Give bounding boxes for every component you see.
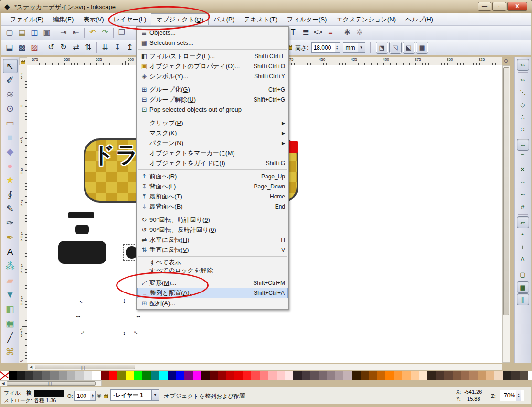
menubar-item-表示(V)[interactable]: 表示(V) <box>78 13 108 25</box>
menu-item-水平に反転(H)[interactable]: ⇄水平に反転(H)H <box>137 235 288 245</box>
unit-dropdown[interactable]: mm ▼ <box>343 42 365 53</box>
pencil-tool[interactable]: ✎ <box>3 202 18 216</box>
swatch-#ff0000[interactable] <box>109 371 117 380</box>
text-tool[interactable]: A <box>3 245 18 259</box>
open-document-icon[interactable]: ▤ <box>16 27 28 38</box>
fill-color-swatch[interactable] <box>34 390 64 397</box>
swatch-#cc9966[interactable] <box>478 371 486 380</box>
swatch-#473a3e[interactable] <box>302 371 310 380</box>
swatch-#666666[interactable] <box>42 371 51 380</box>
redo-icon[interactable]: ↷ <box>99 27 111 38</box>
swatch-#008080[interactable] <box>151 371 160 380</box>
swatch-#664736[interactable] <box>444 371 453 380</box>
menu-item-配列(A)...[interactable]: ⊞配列(A)... <box>137 298 288 308</box>
menu-item-オブジェクトをマーカーに(M)[interactable]: オブジェクトをマーカーに(M) <box>137 148 288 158</box>
swatch-#33241a[interactable] <box>427 371 436 380</box>
menubar-item-ファイル(F)[interactable]: ファイル(F) <box>5 13 48 25</box>
snap-bbox-edges-icon[interactable]: ⋱ <box>517 86 529 98</box>
scale-handle-icon[interactable]: ↔ <box>132 328 141 336</box>
snap-page-border-icon[interactable]: ▢ <box>517 269 529 281</box>
swatch-#ff00ff[interactable] <box>193 371 202 380</box>
vertical-scrollbar[interactable] <box>502 65 510 363</box>
horizontal-scrollbar[interactable]: ◀ ||| <box>27 364 502 370</box>
height-input[interactable] <box>312 44 335 52</box>
swatch-#331a00[interactable] <box>352 371 361 380</box>
print-icon[interactable]: ▣ <box>41 27 53 38</box>
swatch-#660000[interactable] <box>210 371 218 380</box>
export-icon[interactable]: ⇤ <box>70 27 82 38</box>
snap-enable-icon[interactable]: ➳ <box>517 59 529 71</box>
menubar-item-パス(P)[interactable]: パス(P) <box>209 13 239 25</box>
swatch-#800080[interactable] <box>184 371 193 380</box>
swatch-#cc6600[interactable] <box>377 371 386 380</box>
swatch-#999999[interactable] <box>59 371 67 380</box>
menu-item-90°回転、反時計回り(0)[interactable]: ↺90°回転、反時計回り(0) <box>137 225 288 235</box>
swatch-#808000[interactable] <box>117 371 126 380</box>
swatch-#ff8000[interactable] <box>385 371 394 380</box>
swatch-#330000[interactable] <box>201 371 210 380</box>
snap-cusp-nodes-icon[interactable]: ⌣ <box>517 176 529 188</box>
menu-item-オブジェクトをガイドに(I)[interactable]: オブジェクトをガイドに(I)Shift+G <box>137 158 288 168</box>
swatch-#ffcccc[interactable] <box>277 371 285 380</box>
menubar-item-テキスト(T)[interactable]: テキスト(T) <box>239 13 282 25</box>
stroke-value[interactable]: 各種 1.36 <box>34 397 56 404</box>
new-document-icon[interactable]: ▢ <box>4 27 15 38</box>
undo-icon[interactable]: ↶ <box>87 27 98 38</box>
menu-item-グループ化(G)[interactable]: ⊞グループ化(G)Ctrl+G <box>137 84 288 94</box>
menu-item-オブジェクトのプロパティ(O)...[interactable]: ▣オブジェクトのプロパティ(O)...Shift+Ctrl+O <box>137 61 288 71</box>
tweak-tool[interactable]: ≋ <box>3 87 18 102</box>
rotate-cw-icon[interactable]: ↻ <box>58 42 69 53</box>
fill-value[interactable]: 複 <box>26 389 32 397</box>
raise-icon[interactable]: ↥ <box>124 42 136 53</box>
snap-nodes-icon[interactable]: ➳ <box>517 139 529 151</box>
guide-lock-icon[interactable] <box>21 61 25 64</box>
minimize-button[interactable]: — <box>478 2 491 11</box>
snap-path-intersections-icon[interactable]: ✕ <box>517 164 529 176</box>
height-spinbox[interactable]: ▲▼ <box>311 42 340 53</box>
snap-object-centers-icon[interactable]: • <box>517 229 529 240</box>
swatch-#ffffff[interactable] <box>92 371 101 380</box>
swatch-#cc0000[interactable] <box>226 371 235 380</box>
menu-item-シンボル(Y)...[interactable]: ◈シンボル(Y)...Shift+Ctrl+Y <box>137 71 288 81</box>
swatch-#00ff00[interactable] <box>134 371 143 380</box>
affect-patterns-icon[interactable]: ▦ <box>416 42 428 54</box>
swatch-#80593f[interactable] <box>453 371 461 380</box>
snap-text-baseline-icon[interactable]: A <box>517 253 529 265</box>
gradient-tool[interactable]: ◧ <box>3 302 18 316</box>
affect-corners-icon[interactable]: ◹ <box>389 42 402 54</box>
layer-selector[interactable]: ·レイヤー 1 <box>110 389 151 401</box>
lower-to-bottom-icon[interactable]: ⇊ <box>99 42 111 53</box>
snap-bbox-corners-icon[interactable]: ◇ <box>517 99 529 111</box>
menu-item-クリップ(P)[interactable]: クリップ(P)▶ <box>137 118 288 128</box>
menu-item-垂直に反転(V)[interactable]: ⇅垂直に反転(V)V <box>137 245 288 255</box>
swatch-#333333[interactable] <box>25 371 34 380</box>
menu-item-Selection sets...[interactable]: ▦Selection sets... <box>137 38 288 48</box>
star-tool[interactable]: ★ <box>3 173 18 188</box>
vertical-scrollbar-thumb[interactable] <box>503 67 509 315</box>
align-dialog-icon[interactable]: ≡ <box>325 27 336 38</box>
swatch-#40352e[interactable] <box>511 371 520 380</box>
swatch-#996b4d[interactable] <box>461 371 469 380</box>
save-icon[interactable]: ◫ <box>29 27 40 38</box>
ruler-zoom-icon[interactable]: ⊙ <box>504 58 508 64</box>
opacity-spinbox[interactable]: ▲▼ <box>74 391 96 401</box>
deselect-icon[interactable]: ▨ <box>29 42 40 53</box>
menu-item-マスク(K)[interactable]: マスク(K)▶ <box>137 128 288 138</box>
affect-gradients-icon[interactable]: ⬕ <box>403 42 415 54</box>
black-square-object[interactable] <box>75 225 89 234</box>
menu-item-すべて表示[interactable]: すべて表示 <box>137 258 288 266</box>
xml-editor-icon[interactable]: <> <box>312 27 324 38</box>
snap-smooth-nodes-icon[interactable]: ∼ <box>517 188 529 200</box>
swatch-#e6e6e6[interactable] <box>84 371 92 380</box>
restore-button[interactable]: ▫ <box>492 2 506 11</box>
scale-handle-icon[interactable]: ↔ <box>78 297 86 306</box>
layer-dropdown-arrow-icon[interactable]: ▼ <box>151 389 159 401</box>
palette-scroll-left-icon[interactable]: ◀ <box>0 381 6 386</box>
close-button[interactable]: X <box>507 2 527 11</box>
height-spinner[interactable]: ▲▼ <box>335 43 340 52</box>
snap-line-midpoints-icon[interactable]: # <box>517 201 529 213</box>
menu-item-Pop selected objects out of group[interactable]: ⊡Pop selected objects out of group <box>137 104 288 115</box>
swatch-#1a1a1a[interactable] <box>17 371 25 380</box>
swatch-#4d4d4d[interactable] <box>33 371 42 380</box>
swatch-#00ffff[interactable] <box>159 371 168 380</box>
